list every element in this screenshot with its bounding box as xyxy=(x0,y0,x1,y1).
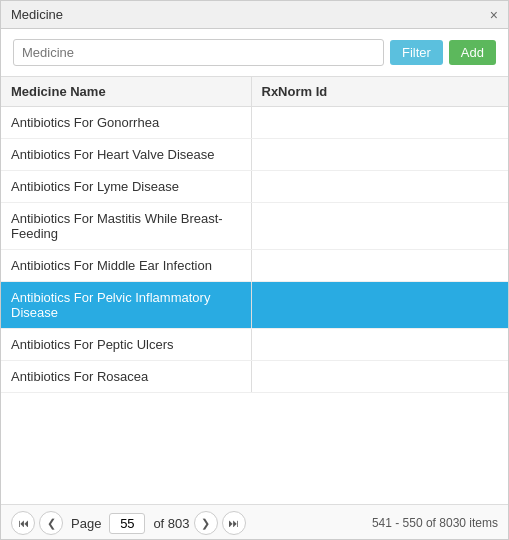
cell-rxnorm-id xyxy=(251,250,508,282)
col-header-name: Medicine Name xyxy=(1,77,251,107)
close-button[interactable]: × xyxy=(490,8,498,22)
cell-rxnorm-id xyxy=(251,203,508,250)
pagination-controls: ⏮︎ ❮ Page of 803 ❯ ⏭︎ xyxy=(11,511,246,535)
cell-medicine-name: Antibiotics For Middle Ear Infection xyxy=(1,250,251,282)
table-row[interactable]: Antibiotics For Mastitis While Breast-Fe… xyxy=(1,203,508,250)
table-row[interactable]: Antibiotics For Pelvic Inflammatory Dise… xyxy=(1,282,508,329)
table-row[interactable]: Antibiotics For Heart Valve Disease xyxy=(1,139,508,171)
table-row[interactable]: Antibiotics For Rosacea xyxy=(1,361,508,393)
table-row[interactable]: Antibiotics For Middle Ear Infection xyxy=(1,250,508,282)
next-page-button[interactable]: ❯ xyxy=(194,511,218,535)
col-header-rxnorm: RxNorm Id xyxy=(251,77,508,107)
items-count: 541 - 550 of 8030 items xyxy=(372,516,498,530)
pagination-bar: ⏮︎ ❮ Page of 803 ❯ ⏭︎ 541 - 550 of 8030 … xyxy=(1,504,508,540)
add-button[interactable]: Add xyxy=(449,40,496,65)
cell-rxnorm-id xyxy=(251,107,508,139)
title-bar: Medicine × xyxy=(1,1,508,29)
medicine-table: Medicine Name RxNorm Id Antibiotics For … xyxy=(1,77,508,393)
filter-button[interactable]: Filter xyxy=(390,40,443,65)
window-title: Medicine xyxy=(11,7,63,22)
table-header: Medicine Name RxNorm Id xyxy=(1,77,508,107)
of-label: of 803 xyxy=(153,516,189,531)
table-body: Antibiotics For GonorrheaAntibiotics For… xyxy=(1,107,508,393)
cell-rxnorm-id xyxy=(251,171,508,203)
page-input[interactable] xyxy=(109,513,145,534)
cell-medicine-name: Antibiotics For Pelvic Inflammatory Dise… xyxy=(1,282,251,329)
table-container: Medicine Name RxNorm Id Antibiotics For … xyxy=(1,76,508,470)
cell-medicine-name: Antibiotics For Mastitis While Breast-Fe… xyxy=(1,203,251,250)
dialog-window: Medicine × Filter Add Medicine Name RxNo… xyxy=(1,1,508,540)
last-page-button[interactable]: ⏭︎ xyxy=(222,511,246,535)
cell-medicine-name: Antibiotics For Gonorrhea xyxy=(1,107,251,139)
cell-rxnorm-id xyxy=(251,139,508,171)
first-page-button[interactable]: ⏮︎ xyxy=(11,511,35,535)
page-label: Page xyxy=(71,516,101,531)
cell-medicine-name: Antibiotics For Lyme Disease xyxy=(1,171,251,203)
cell-medicine-name: Antibiotics For Heart Valve Disease xyxy=(1,139,251,171)
cell-medicine-name: Antibiotics For Rosacea xyxy=(1,361,251,393)
prev-page-button[interactable]: ❮ xyxy=(39,511,63,535)
table-row[interactable]: Antibiotics For Peptic Ulcers xyxy=(1,329,508,361)
toolbar: Filter Add xyxy=(1,29,508,76)
table-row[interactable]: Antibiotics For Lyme Disease xyxy=(1,171,508,203)
cell-rxnorm-id xyxy=(251,329,508,361)
table-row[interactable]: Antibiotics For Gonorrhea xyxy=(1,107,508,139)
search-input[interactable] xyxy=(13,39,384,66)
cell-rxnorm-id xyxy=(251,361,508,393)
cell-medicine-name: Antibiotics For Peptic Ulcers xyxy=(1,329,251,361)
cell-rxnorm-id xyxy=(251,282,508,329)
